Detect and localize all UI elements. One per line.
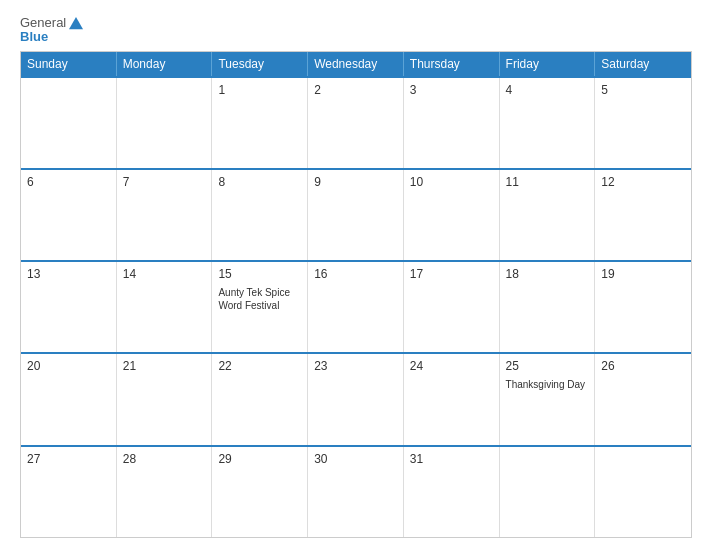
- week-row: 202122232425Thanksgiving Day26: [21, 352, 691, 444]
- day-cell: 22: [212, 354, 308, 444]
- day-number: 24: [410, 359, 493, 373]
- day-cell: 8: [212, 170, 308, 260]
- week-row: 12345: [21, 76, 691, 168]
- day-number: 10: [410, 175, 493, 189]
- day-cell: 13: [21, 262, 117, 352]
- logo-icon: [68, 16, 84, 30]
- day-cell: [21, 78, 117, 168]
- logo-blue: Blue: [20, 30, 84, 44]
- day-cell: 18: [500, 262, 596, 352]
- day-cell: 4: [500, 78, 596, 168]
- day-number: 7: [123, 175, 206, 189]
- day-number: 8: [218, 175, 301, 189]
- day-cell: 24: [404, 354, 500, 444]
- day-number: 17: [410, 267, 493, 281]
- day-number: 18: [506, 267, 589, 281]
- day-number: 12: [601, 175, 685, 189]
- day-cell: [117, 78, 213, 168]
- day-cell: 5: [595, 78, 691, 168]
- page: General Blue SundayMondayTuesdayWednesda…: [0, 0, 712, 550]
- day-number: 22: [218, 359, 301, 373]
- day-cell: 20: [21, 354, 117, 444]
- day-number: 21: [123, 359, 206, 373]
- day-cell: 6: [21, 170, 117, 260]
- day-cell: 7: [117, 170, 213, 260]
- day-header: Sunday: [21, 52, 117, 76]
- day-cell: 27: [21, 447, 117, 537]
- day-cell: [595, 447, 691, 537]
- day-cell: 29: [212, 447, 308, 537]
- day-header: Wednesday: [308, 52, 404, 76]
- event-label: Aunty Tek Spice Word Festival: [218, 286, 301, 312]
- day-number: 27: [27, 452, 110, 466]
- calendar: SundayMondayTuesdayWednesdayThursdayFrid…: [20, 51, 692, 538]
- day-cell: 28: [117, 447, 213, 537]
- day-cell: 19: [595, 262, 691, 352]
- svg-marker-0: [69, 17, 83, 29]
- day-cell: 17: [404, 262, 500, 352]
- day-cell: 30: [308, 447, 404, 537]
- day-cell: 15Aunty Tek Spice Word Festival: [212, 262, 308, 352]
- day-number: 26: [601, 359, 685, 373]
- day-number: 14: [123, 267, 206, 281]
- week-row: 131415Aunty Tek Spice Word Festival16171…: [21, 260, 691, 352]
- day-cell: 12: [595, 170, 691, 260]
- day-number: 15: [218, 267, 301, 281]
- event-label: Thanksgiving Day: [506, 378, 589, 391]
- day-cell: 23: [308, 354, 404, 444]
- day-header: Saturday: [595, 52, 691, 76]
- day-number: 3: [410, 83, 493, 97]
- day-number: 28: [123, 452, 206, 466]
- day-cell: [500, 447, 596, 537]
- header: General Blue: [20, 16, 692, 45]
- logo: General Blue: [20, 16, 84, 45]
- day-number: 25: [506, 359, 589, 373]
- day-cell: 14: [117, 262, 213, 352]
- day-number: 2: [314, 83, 397, 97]
- day-number: 16: [314, 267, 397, 281]
- day-header: Thursday: [404, 52, 500, 76]
- day-header: Monday: [117, 52, 213, 76]
- day-number: 20: [27, 359, 110, 373]
- day-number: 13: [27, 267, 110, 281]
- weeks-container: 123456789101112131415Aunty Tek Spice Wor…: [21, 76, 691, 537]
- day-number: 9: [314, 175, 397, 189]
- day-cell: 26: [595, 354, 691, 444]
- day-number: 29: [218, 452, 301, 466]
- day-number: 11: [506, 175, 589, 189]
- logo-general: General: [20, 16, 66, 30]
- day-number: 1: [218, 83, 301, 97]
- day-number: 31: [410, 452, 493, 466]
- day-number: 23: [314, 359, 397, 373]
- day-number: 4: [506, 83, 589, 97]
- day-cell: 16: [308, 262, 404, 352]
- day-cell: 31: [404, 447, 500, 537]
- week-row: 6789101112: [21, 168, 691, 260]
- day-cell: 21: [117, 354, 213, 444]
- day-cell: 25Thanksgiving Day: [500, 354, 596, 444]
- day-number: 19: [601, 267, 685, 281]
- day-number: 5: [601, 83, 685, 97]
- day-cell: 1: [212, 78, 308, 168]
- day-cell: 3: [404, 78, 500, 168]
- day-headers-row: SundayMondayTuesdayWednesdayThursdayFrid…: [21, 52, 691, 76]
- day-cell: 11: [500, 170, 596, 260]
- day-number: 30: [314, 452, 397, 466]
- day-header: Tuesday: [212, 52, 308, 76]
- day-header: Friday: [500, 52, 596, 76]
- week-row: 2728293031: [21, 445, 691, 537]
- day-number: 6: [27, 175, 110, 189]
- day-cell: 2: [308, 78, 404, 168]
- day-cell: 10: [404, 170, 500, 260]
- day-cell: 9: [308, 170, 404, 260]
